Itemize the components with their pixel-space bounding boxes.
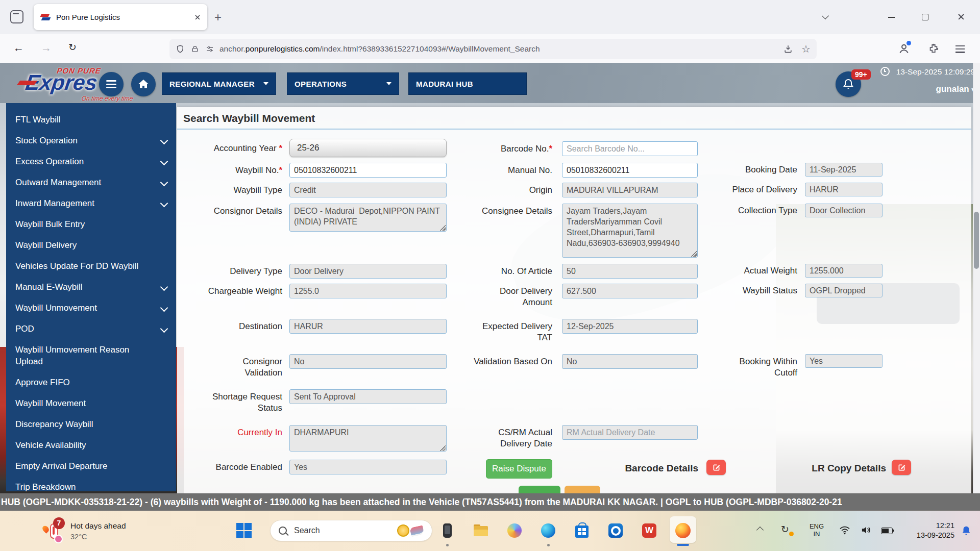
- branch-button[interactable]: MADURAI HUB: [408, 72, 527, 95]
- lock-icon[interactable]: [191, 45, 199, 53]
- account-icon[interactable]: [897, 42, 911, 57]
- firefox-view-icon[interactable]: [10, 10, 23, 23]
- sidebar-item-inward-management[interactable]: Inward Management: [6, 193, 176, 214]
- shortage-request-status-label: Shortage Request Status: [190, 391, 282, 414]
- delivery-type-label: Delivery Type: [201, 266, 282, 277]
- accounting-year-select[interactable]: 25-26: [289, 139, 447, 157]
- tab-list-chevron-icon[interactable]: [823, 13, 828, 18]
- manual-no-input[interactable]: [562, 163, 698, 178]
- edit-icon: [712, 463, 721, 472]
- accounting-year-label: Accounting Year *: [185, 143, 282, 154]
- no-of-article-label: No. Of Article: [471, 266, 552, 277]
- sidebar-item-outward-management[interactable]: Outward Management: [6, 172, 176, 193]
- tab-title: Pon Pure Logistics: [56, 13, 194, 21]
- sidebar-item-waybill-unmovement[interactable]: Waybill Unmovement: [6, 297, 176, 318]
- shield-icon[interactable]: [176, 44, 185, 54]
- department-dropdown[interactable]: OPERATIONS: [287, 72, 399, 95]
- tray-sync-icon[interactable]: ↻: [781, 523, 789, 535]
- taskbar-outlook-icon[interactable]: [607, 522, 624, 539]
- taskbar-store-icon[interactable]: [574, 522, 590, 539]
- actual-weight-field: [805, 264, 883, 278]
- waybill-no-input[interactable]: [289, 163, 447, 178]
- delivery-type-field: [289, 264, 447, 279]
- taskbar-firefox-icon[interactable]: [675, 522, 691, 539]
- sidebar-item-approve-fifo[interactable]: Approve FIFO: [6, 372, 176, 393]
- taskbar-w-app-icon[interactable]: W: [641, 522, 657, 539]
- search-highlights[interactable]: [397, 524, 424, 537]
- sidebar-item-pod[interactable]: POD: [6, 318, 176, 339]
- weather-title[interactable]: Hot days ahead: [70, 521, 126, 531]
- bookmark-star-icon[interactable]: ☆: [801, 43, 811, 55]
- sidebar-item-ftl-waybill[interactable]: FTL Waybill: [6, 109, 176, 130]
- sidebar-item-vehicles-update-dd[interactable]: Vehicles Update For DD Waybill: [6, 256, 176, 277]
- role-dropdown[interactable]: REGIONAL MANAGER: [162, 72, 276, 95]
- taskbar-phone-link-icon[interactable]: [439, 522, 455, 539]
- browser-menu-icon[interactable]: [955, 43, 965, 55]
- raise-dispute-button[interactable]: Raise Dispute: [486, 459, 552, 479]
- sidebar-item-empty-arrival-departure[interactable]: Empty Arrival Departure: [6, 456, 176, 477]
- partial-button-orange[interactable]: [565, 486, 600, 493]
- battery-icon[interactable]: [881, 528, 893, 534]
- waybill-status-label: Waybill Status: [710, 285, 797, 296]
- taskbar-search-box[interactable]: Search: [270, 520, 432, 541]
- start-button[interactable]: [236, 522, 252, 539]
- sidebar-item-waybill-bulk-entry[interactable]: Waybill Bulk Entry: [6, 214, 176, 235]
- sidebar-item-unmovement-reason-upload[interactable]: Waybill Unmovement Reason Upload: [6, 339, 176, 372]
- edit-icon: [897, 463, 906, 472]
- sidebar-item-discrepancy-waybill[interactable]: Discrepancy Waybill: [6, 414, 176, 435]
- sidebar: FTL Waybill Stock Operation Excess Opera…: [6, 103, 176, 491]
- actual-weight-label: Actual Weight: [710, 265, 797, 277]
- sidebar-item-excess-operation[interactable]: Excess Operation: [6, 151, 176, 172]
- sidebar-item-waybill-movement[interactable]: Waybill Movement: [6, 393, 176, 414]
- download-icon[interactable]: [783, 44, 793, 54]
- browser-tab[interactable]: Pon Pure Logistics: [34, 4, 207, 30]
- waybill-type-label: Waybill Type: [201, 185, 282, 196]
- booking-date-field: [805, 163, 883, 177]
- sidebar-item-stock-operation[interactable]: Stock Operation: [6, 130, 176, 151]
- tray-clock[interactable]: 12:21 13-09-2025: [903, 521, 954, 540]
- logo-red-swoosh: [17, 81, 37, 85]
- menu-toggle-button[interactable]: [99, 72, 124, 96]
- reload-button[interactable]: ↻: [68, 42, 77, 52]
- wifi-icon[interactable]: [839, 525, 850, 537]
- consignor-validation-field: [289, 354, 447, 369]
- chevron-down-icon: [160, 179, 168, 187]
- user-menu[interactable]: gunalan ▾: [801, 84, 975, 94]
- page-scrollbar-thumb[interactable]: [974, 212, 979, 269]
- new-tab-button[interactable]: +: [214, 11, 222, 23]
- partial-button-green[interactable]: [519, 486, 560, 493]
- tray-chevron-up-icon[interactable]: [757, 528, 763, 533]
- url-text[interactable]: anchor.ponpurelogistics.com/index.html?6…: [219, 44, 783, 54]
- window-maximize-button[interactable]: [922, 14, 928, 20]
- sidebar-item-vehicle-availability[interactable]: Vehicle Availability: [6, 435, 176, 456]
- waybill-status-field: [805, 284, 883, 297]
- taskbar-edge-icon[interactable]: [540, 522, 556, 539]
- weather-widget[interactable]: 7: [43, 518, 67, 543]
- volume-icon[interactable]: [861, 525, 872, 537]
- window-minimize-button[interactable]: [888, 17, 895, 18]
- url-bar[interactable]: anchor.ponpurelogistics.com/index.html?6…: [169, 39, 817, 59]
- consignee-details-textarea: Jayam Traders,Jayam TradersMariyamman Co…: [562, 204, 698, 258]
- thermometer-bulb: [54, 535, 63, 543]
- forward-button[interactable]: →: [41, 42, 52, 53]
- active-app-indicator: [677, 544, 689, 546]
- taskbar-file-explorer-icon[interactable]: [473, 522, 489, 539]
- collection-type-field: [805, 204, 883, 217]
- sidebar-item-waybill-delivery[interactable]: Waybill Delivery: [6, 235, 176, 256]
- barcode-details-edit-button[interactable]: [706, 460, 726, 475]
- back-button[interactable]: ←: [13, 42, 24, 53]
- lr-copy-details-edit-button[interactable]: [892, 460, 911, 475]
- no-of-article-field: [562, 264, 698, 279]
- sidebar-item-manual-e-waybill[interactable]: Manual E-Waybill: [6, 277, 176, 297]
- taskbar-copilot-icon[interactable]: [506, 522, 523, 539]
- tray-language[interactable]: ENGIN: [806, 522, 827, 538]
- extensions-puzzle-icon[interactable]: [928, 43, 939, 56]
- barcode-no-input[interactable]: [562, 141, 698, 156]
- home-button[interactable]: [131, 72, 156, 96]
- page-scrollbar-track[interactable]: [973, 63, 980, 511]
- tab-close-icon[interactable]: [194, 14, 200, 20]
- permissions-slider-icon[interactable]: [205, 45, 214, 53]
- window-close-button[interactable]: [958, 13, 965, 20]
- notification-bell-icon[interactable]: [961, 524, 972, 539]
- barcode-enabled-label: Barcode Enabled: [190, 462, 282, 473]
